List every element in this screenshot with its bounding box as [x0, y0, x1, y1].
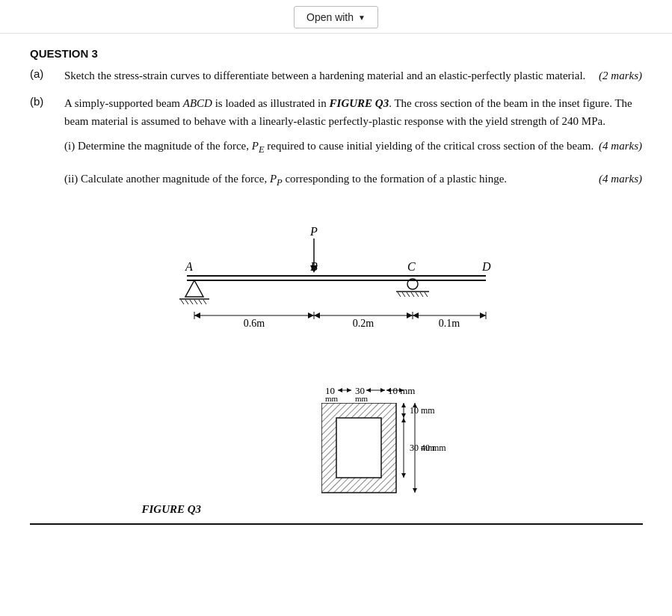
svg-marker-51 — [380, 388, 385, 392]
svg-marker-27 — [194, 312, 200, 318]
svg-text:C: C — [407, 260, 416, 273]
sub-part-i-marks: (4 marks) — [599, 138, 642, 155]
cross-section-svg: 10 mm 30 mm 40 mm — [321, 403, 471, 500]
svg-marker-32 — [407, 312, 413, 318]
svg-line-13 — [190, 300, 193, 304]
svg-text:P: P — [309, 225, 318, 238]
svg-text:40 mm: 40 mm — [421, 443, 446, 453]
beam-diagram: P A B C D — [142, 222, 531, 372]
svg-text:B: B — [310, 260, 318, 273]
svg-line-15 — [199, 300, 202, 304]
svg-line-11 — [181, 300, 184, 304]
toolbar: Open with ▼ — [0, 0, 672, 34]
svg-marker-35 — [413, 312, 419, 318]
svg-line-22 — [411, 292, 414, 297]
svg-text:mm: mm — [325, 394, 339, 401]
svg-marker-65 — [401, 473, 406, 478]
sub-part-ii-block: (ii) Calculate another magnitude of the … — [64, 170, 642, 190]
sub-part-i-block: (i) Determine the magnitude of the force… — [64, 138, 642, 157]
svg-line-16 — [203, 300, 206, 304]
sub-part-i: (i) Determine the magnitude of the force… — [64, 138, 642, 157]
svg-marker-36 — [480, 312, 486, 318]
svg-line-23 — [416, 292, 419, 297]
svg-line-19 — [398, 292, 401, 297]
svg-marker-28 — [308, 312, 314, 318]
part-a-marks: (2 marks) — [599, 67, 642, 84]
svg-marker-50 — [366, 388, 371, 392]
svg-line-25 — [425, 292, 428, 297]
sub-part-ii: (ii) Calculate another magnitude of the … — [64, 170, 642, 190]
svg-line-24 — [420, 292, 423, 297]
part-b-label: (b) — [30, 95, 64, 200]
sub-part-ii-marks: (4 marks) — [599, 170, 642, 188]
question-title: QUESTION 3 — [30, 47, 642, 60]
cross-section-top-dims: 10 mm 30 mm — [321, 379, 419, 401]
svg-line-14 — [194, 300, 197, 304]
figure-area: P A B C D — [30, 222, 642, 525]
svg-line-21 — [407, 292, 410, 297]
svg-marker-45 — [338, 388, 342, 392]
svg-line-20 — [402, 292, 405, 297]
svg-marker-69 — [413, 488, 417, 493]
svg-text:0.6m: 0.6m — [243, 318, 265, 329]
svg-rect-58 — [336, 418, 381, 478]
open-with-label: Open with — [306, 11, 354, 23]
part-a-label: (a) — [30, 67, 64, 84]
svg-marker-61 — [401, 413, 406, 418]
svg-marker-64 — [401, 418, 406, 422]
svg-text:D: D — [481, 260, 491, 273]
open-with-button[interactable]: Open with ▼ — [294, 6, 378, 28]
svg-marker-60 — [401, 403, 406, 407]
main-content: QUESTION 3 (a) Sketch the stress-strain … — [0, 34, 672, 538]
svg-line-12 — [185, 300, 188, 304]
question-part-b: (b) A simply-supported beam ABCD is load… — [30, 95, 642, 200]
svg-text:mm: mm — [355, 394, 369, 401]
figure-label: FIGURE Q3 — [142, 503, 202, 515]
svg-text:A: A — [185, 260, 193, 273]
svg-text:0.1m: 0.1m — [438, 318, 460, 329]
svg-marker-46 — [347, 388, 351, 392]
svg-text:0.2m: 0.2m — [352, 318, 374, 329]
part-b-content: A simply-supported beam ABCD is loaded a… — [64, 95, 642, 200]
dropdown-arrow-icon: ▼ — [358, 13, 366, 22]
svg-marker-9 — [185, 280, 203, 297]
svg-marker-31 — [314, 312, 320, 318]
question-part-a: (a) Sketch the stress-strain curves to d… — [30, 67, 642, 84]
part-a-content: Sketch the stress-strain curves to diffe… — [64, 67, 642, 84]
